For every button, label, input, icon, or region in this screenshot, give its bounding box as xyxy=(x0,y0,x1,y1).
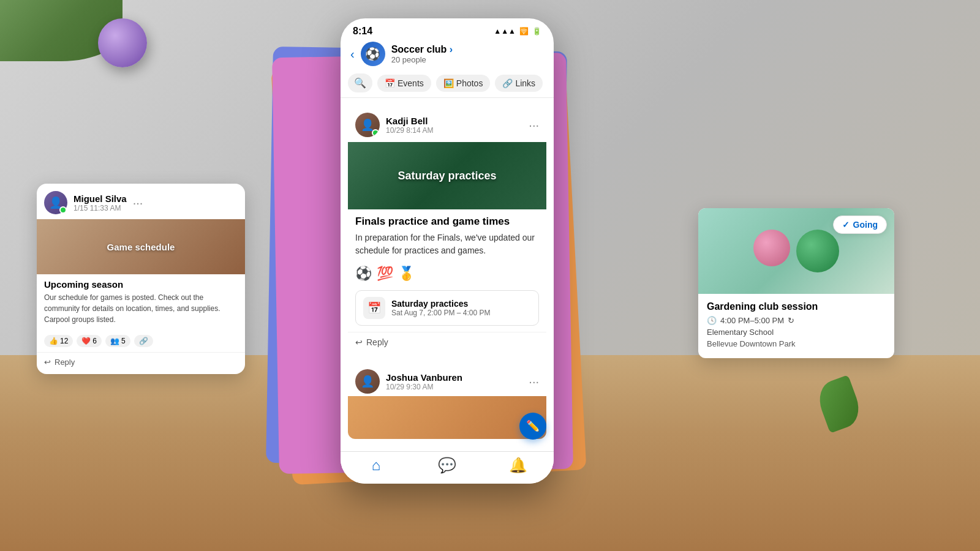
bottom-navigation: ⌂ 💬 🔔 xyxy=(341,451,554,484)
joshua-meta: Joshua Vanburen 10/29 9:30 AM xyxy=(386,372,522,391)
left-card-time: 1/15 11:33 AM xyxy=(74,204,127,212)
event-calendar-icon: 📅 xyxy=(368,301,381,315)
left-card-reactions: 👍 12 ❤️ 6 👥 5 🔗 xyxy=(37,330,245,352)
back-button[interactable]: ‹ xyxy=(350,47,355,61)
right-event-card: ✓ Going Gardening club session 🕓 4:00 PM… xyxy=(698,208,894,358)
kadji-post-time: 10/29 8:14 AM xyxy=(386,126,522,135)
left-card-image: Game schedule xyxy=(37,219,245,274)
reaction-soccer[interactable]: ⚽ xyxy=(355,266,372,282)
tab-events[interactable]: 📅 Events xyxy=(377,75,431,92)
kadji-image-label: Saturday practices xyxy=(398,170,496,182)
heart-emoji: ❤️ xyxy=(81,337,91,345)
tab-photos[interactable]: 🖼️ Photos xyxy=(436,75,491,92)
checkmark-icon: ✓ xyxy=(842,220,850,230)
going-label: Going xyxy=(853,220,878,230)
left-card-meta: Miguel Silva 1/15 11:33 AM xyxy=(74,193,127,212)
kadji-reply-button[interactable]: ↩ Reply xyxy=(348,332,546,354)
reply-label: Reply xyxy=(366,337,388,347)
photos-icon: 🖼️ xyxy=(443,78,454,88)
post-joshua-header: 👤 Joshua Vanburen 10/29 9:30 AM ··· xyxy=(348,362,546,396)
kadji-post-body: In preparation for the Finals, we've upd… xyxy=(348,231,546,263)
kadji-online-dot xyxy=(372,129,379,137)
event-card-decorations xyxy=(753,230,839,272)
messages-feed[interactable]: 👤 Kadji Bell 10/29 8:14 AM ··· Saturday … xyxy=(341,98,554,451)
event-card-time: 🕓 4:00 PM–5:00 PM ↻ xyxy=(707,316,886,325)
kadji-author: Kadji Bell xyxy=(386,116,522,126)
joshua-avatar: 👤 xyxy=(355,369,380,394)
kadji-more-button[interactable]: ··· xyxy=(529,118,539,132)
left-card-more-button[interactable]: ··· xyxy=(133,196,143,210)
joshua-more-button[interactable]: ··· xyxy=(529,375,539,389)
event-card-title: Gardening club session xyxy=(707,301,886,312)
kadji-post-image: Saturday practices xyxy=(348,142,546,209)
online-indicator xyxy=(59,206,67,214)
nav-home-button[interactable]: ⌂ xyxy=(341,457,412,474)
nav-notifications-button[interactable]: 🔔 xyxy=(483,457,554,474)
kadji-avatar: 👤 xyxy=(355,113,380,137)
reaction-link[interactable]: 🔗 xyxy=(134,335,153,347)
event-chip-saturday[interactable]: 📅 Saturday practices Sat Aug 7, 2:00 PM … xyxy=(355,290,539,326)
status-time: 8:14 xyxy=(353,26,372,37)
left-card-body: Upcoming season Our schedule for games i… xyxy=(37,274,245,330)
event-card-image: ✓ Going xyxy=(698,208,894,294)
compose-fab[interactable]: ✏️ xyxy=(519,413,546,440)
kadji-post-title: Finals practice and game times xyxy=(348,209,546,231)
left-card-avatar: 👤 xyxy=(44,191,67,214)
event-chip-icon-box: 📅 xyxy=(363,297,385,319)
left-card-title: Upcoming season xyxy=(44,279,238,290)
kadji-meta: Kadji Bell 10/29 8:14 AM xyxy=(386,116,522,135)
pink-ball-deco xyxy=(753,230,790,266)
heart-count: 6 xyxy=(92,337,97,345)
chat-header: ‹ ⚽ Soccer club › 20 people xyxy=(341,37,554,71)
thumbs-emoji: 👍 xyxy=(49,337,58,345)
thumbs-count: 12 xyxy=(60,337,68,345)
left-card-text: Our schedule for games is posted. Check … xyxy=(44,292,238,325)
going-badge[interactable]: ✓ Going xyxy=(833,216,887,234)
left-card-header: 👤 Miguel Silva 1/15 11:33 AM ··· xyxy=(37,184,245,219)
group-name[interactable]: Soccer club › xyxy=(391,44,544,55)
left-card-image-label: Game schedule xyxy=(107,242,175,252)
event-chip-title: Saturday practices xyxy=(391,299,490,309)
left-card-reply-button[interactable]: ↩ Reply xyxy=(37,352,245,374)
joshua-post-image xyxy=(348,396,546,439)
left-post-card: 👤 Miguel Silva 1/15 11:33 AM ··· Game sc… xyxy=(37,184,245,374)
filter-tabs-bar: 🔍 📅 Events 🖼️ Photos 🔗 Links xyxy=(341,71,554,98)
photos-tab-label: Photos xyxy=(456,78,483,88)
reply-arrow-icon: ↩ xyxy=(44,358,51,367)
reaction-thumbs[interactable]: 👍 12 xyxy=(44,335,73,347)
reaction-heart[interactable]: ❤️ 6 xyxy=(77,335,102,347)
left-card-author: Miguel Silva xyxy=(74,193,127,204)
events-icon: 📅 xyxy=(385,78,395,88)
clock-icon: 🕓 xyxy=(707,316,717,325)
event-chip-time: Sat Aug 7, 2:00 PM – 4:00 PM xyxy=(391,309,490,317)
event-time-text: 4:00 PM–5:00 PM xyxy=(720,316,784,325)
event-card-body: Gardening club session 🕓 4:00 PM–5:00 PM… xyxy=(698,294,894,358)
people-emoji: 👥 xyxy=(110,337,119,345)
reply-label: Reply xyxy=(55,358,75,367)
group-avatar: ⚽ xyxy=(361,42,385,66)
reaction-hundred[interactable]: 💯 xyxy=(377,266,393,282)
signal-icon: ▲▲▲ xyxy=(494,27,516,36)
nav-chat-button[interactable]: 💬 xyxy=(412,457,483,474)
event-card-primary-location: Elementary School xyxy=(707,328,886,337)
search-button[interactable]: 🔍 xyxy=(348,73,372,92)
tab-links[interactable]: 🔗 Links xyxy=(495,75,543,92)
group-members: 20 people xyxy=(391,55,544,64)
events-tab-label: Events xyxy=(398,78,424,88)
phone: 8:14 ▲▲▲ 🛜 🔋 ‹ ⚽ Soccer club › 20 people… xyxy=(341,18,554,484)
reaction-medal[interactable]: 🥇 xyxy=(398,266,415,282)
links-tab-label: Links xyxy=(515,78,535,88)
event-chip-info: Saturday practices Sat Aug 7, 2:00 PM – … xyxy=(391,299,490,317)
link-icon: 🔗 xyxy=(139,337,148,345)
people-count: 5 xyxy=(121,337,126,345)
group-name-text: Soccer club xyxy=(391,44,447,54)
links-icon: 🔗 xyxy=(502,78,513,88)
reply-icon: ↩ xyxy=(355,337,363,347)
post-kadji-header: 👤 Kadji Bell 10/29 8:14 AM ··· xyxy=(348,105,546,142)
purple-ball-decoration xyxy=(98,18,147,67)
status-icons: ▲▲▲ 🛜 🔋 xyxy=(494,27,541,36)
reaction-people[interactable]: 👥 5 xyxy=(105,335,130,347)
battery-icon: 🔋 xyxy=(532,27,541,36)
event-card-secondary-location: Bellevue Downtown Park xyxy=(707,339,886,350)
group-name-chevron: › xyxy=(450,44,453,54)
